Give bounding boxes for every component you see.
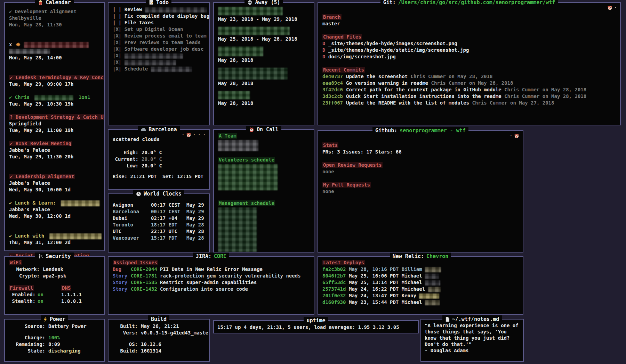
newrelic-panel: New Relic: Chevron Latest Deploys fa2c3b… <box>318 256 523 315</box>
todo-text: Set up Digital Ocean <box>125 26 183 32</box>
commit-message: Quick Start installation instructions in… <box>346 93 501 99</box>
enabled-label: Enabled: <box>9 291 35 298</box>
todo-checkbox[interactable]: |X| <box>113 53 121 58</box>
memo-icon <box>149 0 154 5</box>
power-state-label: State: <box>9 348 45 354</box>
github-pulls-value: none <box>322 188 519 195</box>
away-dates: May 28, 2018 <box>218 57 310 64</box>
vers-label: Vers: <box>113 330 138 336</box>
issue-key[interactable]: CORE-2044 <box>131 266 160 273</box>
jira-title-bar: JIRA: CORE <box>109 253 314 260</box>
github-repo-name: senorprogrammer - wtf <box>400 127 466 134</box>
file-status-flag: D <box>322 41 325 46</box>
notes-author: - Douglas Adams <box>425 347 520 354</box>
todo-checkbox[interactable]: | | <box>113 20 121 25</box>
redacted-block <box>151 67 192 72</box>
jira-issues-header: Assigned Issues <box>113 260 158 265</box>
deploy-info: May 28, 10:16 PDT Billiam <box>349 266 422 272</box>
redacted-block <box>425 274 439 279</box>
weather-low-value: 20.0° C <box>142 163 162 168</box>
panel-title: uptime <box>306 317 325 324</box>
event-title: x <box>9 42 12 47</box>
commit-meta: Chris Cummer on May 28, 2018 <box>431 80 513 86</box>
redacted-block <box>428 287 441 292</box>
page-icon <box>445 317 450 322</box>
network-label: Network: <box>9 266 40 273</box>
calendar-event: ✔ Lendesk Terminology & Key Conc Tue, Ma… <box>9 74 100 88</box>
commit-message: Go version warning in readme <box>346 80 428 86</box>
clock-date: May 29 <box>186 215 204 222</box>
git-title-bar: Git: /Users/chris/go/src/github.com/seno… <box>318 0 620 6</box>
panel-title: Away (5) <box>255 0 280 6</box>
todo-text: Review <box>125 7 142 12</box>
todo-checkbox[interactable]: |X| <box>113 59 121 65</box>
issue-key[interactable]: CORE-1432 <box>131 286 160 292</box>
stealth-label: Stealth: <box>9 298 35 305</box>
redacted-block <box>419 293 439 299</box>
redacted-block <box>49 233 102 239</box>
deploy-hash: 8046f2b7 <box>322 273 349 279</box>
panel-title: Barcelona <box>149 126 177 133</box>
issue-key[interactable]: CORE-1585 <box>131 279 160 286</box>
commit-message: Update the README with the list of modul… <box>346 100 469 106</box>
power-source-value: Battery Power <box>48 323 87 329</box>
todo-checkbox[interactable]: | | <box>113 13 121 19</box>
todo-checkbox[interactable]: |X| <box>113 46 121 52</box>
git-panel: Git: /Users/chris/go/src/github.com/seno… <box>318 2 621 125</box>
built-value: May 26, 21:21 <box>141 323 179 329</box>
collision-icon <box>16 42 21 47</box>
panel-title: Power <box>50 315 65 323</box>
todo-checkbox[interactable]: | | <box>113 7 121 12</box>
clock-time: 22:17 UTC <box>151 228 186 235</box>
todo-text: Fix compiled date display bug <box>125 13 209 19</box>
away-dates: May 25, 2018 - May 28, 2018 <box>218 36 310 42</box>
file-status-flag: D <box>322 54 325 59</box>
event-date: Tue, May 29, 11:00 19h <box>9 127 100 134</box>
alarm-clock-icon <box>249 127 254 132</box>
clock-time: 02:17 +04 <box>151 215 186 222</box>
event-title-suffix: 1on1 <box>79 94 90 100</box>
todo-checkbox[interactable]: |X| <box>113 66 121 72</box>
clock-city: Dubai <box>113 215 151 222</box>
redacted-block <box>145 7 207 13</box>
git-refresh-indicator: · <box>607 5 617 11</box>
panel-title: ~/.wtf/notes.md <box>452 315 499 323</box>
power-charge-label: Charge: <box>9 334 45 341</box>
redacted-block <box>125 60 176 65</box>
deploy-hash: 65ff53dc <box>322 279 349 286</box>
todo-checkbox[interactable]: |X| <box>113 33 121 39</box>
clock-city: Avignon <box>113 202 151 208</box>
todo-title-bar: Todo <box>109 0 209 7</box>
clock-city: Toronto <box>113 222 151 228</box>
calendar-event: x Mon, May 28, 14:00 <box>9 41 100 61</box>
notes-panel: ~/.wtf/notes.md "A learning experience i… <box>420 319 524 362</box>
deploys-header: Latest Deploys <box>322 260 365 265</box>
panel-title: Build <box>151 315 167 323</box>
clock-date: May 28 <box>186 222 204 228</box>
issue-type: Story <box>113 286 131 292</box>
todo-text: Prev reviews to team leads <box>125 40 201 45</box>
jira-panel: JIRA: CORE Assigned Issues BugCORE-2044P… <box>108 256 314 315</box>
weather-panel: Barcelona · · · · scattered clouds High:… <box>108 129 210 190</box>
git-branch-header: Branch <box>322 14 342 20</box>
todo-checkbox[interactable]: |X| <box>113 26 121 32</box>
todo-checkbox[interactable]: |X| <box>113 40 121 45</box>
issue-key[interactable]: CORE-1781 <box>131 273 160 279</box>
newrelic-title-label: New Relic: <box>393 253 424 260</box>
weather-high-label: High: <box>113 149 138 156</box>
redacted-block <box>218 140 258 151</box>
away-title-bar: Away (5) <box>214 0 314 7</box>
git-title-label: Git: <box>383 0 396 6</box>
crypto-value: wpa2-psk <box>43 273 66 279</box>
spinner-dot: · <box>510 133 512 139</box>
clown-icon <box>514 133 519 139</box>
spinner-dot: · <box>182 132 184 138</box>
redacted-block <box>125 53 183 59</box>
event-title: ? Development Strategy & Catch U <box>9 114 104 120</box>
event-date: Tue, May 29, 09:00 17h <box>9 81 100 88</box>
event-title: ✔ Development Alignment <box>9 8 100 15</box>
oncall-title-bar: On Call <box>214 126 314 134</box>
fencer-icon <box>38 254 43 259</box>
issue-type: Story <box>113 273 131 279</box>
clown-icon <box>186 132 191 138</box>
